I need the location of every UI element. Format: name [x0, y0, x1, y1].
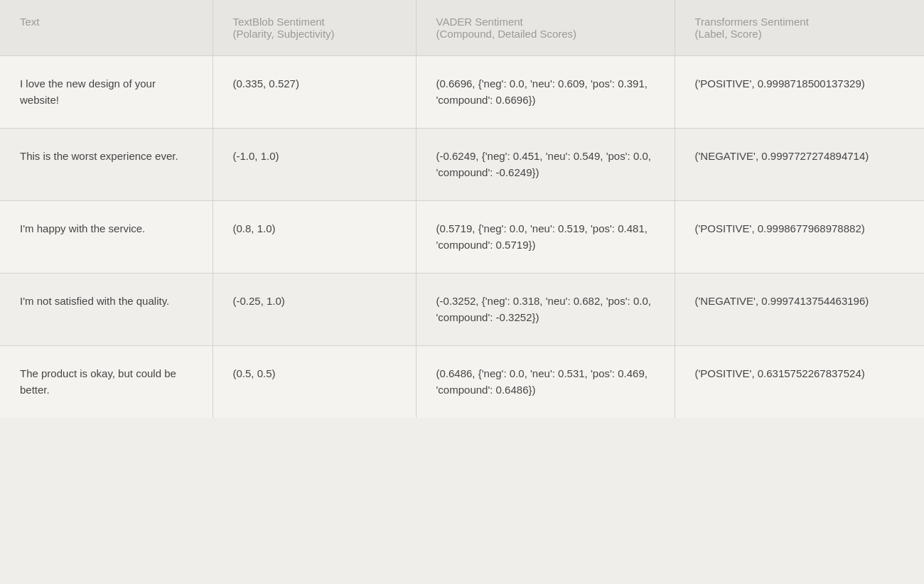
- header-text: Text: [0, 0, 213, 56]
- table-row: I love the new design of your website!(0…: [0, 56, 924, 129]
- header-vader: VADER Sentiment(Compound, Detailed Score…: [416, 0, 675, 56]
- cell-text: I'm happy with the service.: [0, 201, 213, 274]
- table-row: The product is okay, but could be better…: [0, 346, 924, 418]
- cell-transformers: ('POSITIVE', 0.6315752267837524): [675, 346, 924, 418]
- cell-vader: (0.6696, {'neg': 0.0, 'neu': 0.609, 'pos…: [416, 56, 675, 129]
- sentiment-table: Text TextBlob Sentiment(Polarity, Subjec…: [0, 0, 924, 418]
- cell-transformers: ('NEGATIVE', 0.9997727274894714): [675, 129, 924, 201]
- cell-transformers: ('POSITIVE', 0.9998677968978882): [675, 201, 924, 274]
- cell-textblob: (-0.25, 1.0): [213, 274, 416, 346]
- table-row: This is the worst experience ever.(-1.0,…: [0, 129, 924, 201]
- cell-textblob: (-1.0, 1.0): [213, 129, 416, 201]
- table-row: I'm not satisfied with the quality.(-0.2…: [0, 274, 924, 346]
- cell-transformers: ('POSITIVE', 0.9998718500137329): [675, 56, 924, 129]
- header-textblob: TextBlob Sentiment(Polarity, Subjectivit…: [213, 0, 416, 56]
- table-header-row: Text TextBlob Sentiment(Polarity, Subjec…: [0, 0, 924, 56]
- cell-vader: (-0.3252, {'neg': 0.318, 'neu': 0.682, '…: [416, 274, 675, 346]
- cell-vader: (0.6486, {'neg': 0.0, 'neu': 0.531, 'pos…: [416, 346, 675, 418]
- cell-transformers: ('NEGATIVE', 0.9997413754463196): [675, 274, 924, 346]
- header-transformers: Transformers Sentiment(Label, Score): [675, 0, 924, 56]
- cell-text: The product is okay, but could be better…: [0, 346, 213, 418]
- cell-vader: (-0.6249, {'neg': 0.451, 'neu': 0.549, '…: [416, 129, 675, 201]
- sentiment-table-container: Text TextBlob Sentiment(Polarity, Subjec…: [0, 0, 924, 418]
- cell-text: This is the worst experience ever.: [0, 129, 213, 201]
- cell-vader: (0.5719, {'neg': 0.0, 'neu': 0.519, 'pos…: [416, 201, 675, 274]
- cell-textblob: (0.8, 1.0): [213, 201, 416, 274]
- cell-textblob: (0.5, 0.5): [213, 346, 416, 418]
- cell-text: I'm not satisfied with the quality.: [0, 274, 213, 346]
- table-row: I'm happy with the service.(0.8, 1.0)(0.…: [0, 201, 924, 274]
- cell-textblob: (0.335, 0.527): [213, 56, 416, 129]
- cell-text: I love the new design of your website!: [0, 56, 213, 129]
